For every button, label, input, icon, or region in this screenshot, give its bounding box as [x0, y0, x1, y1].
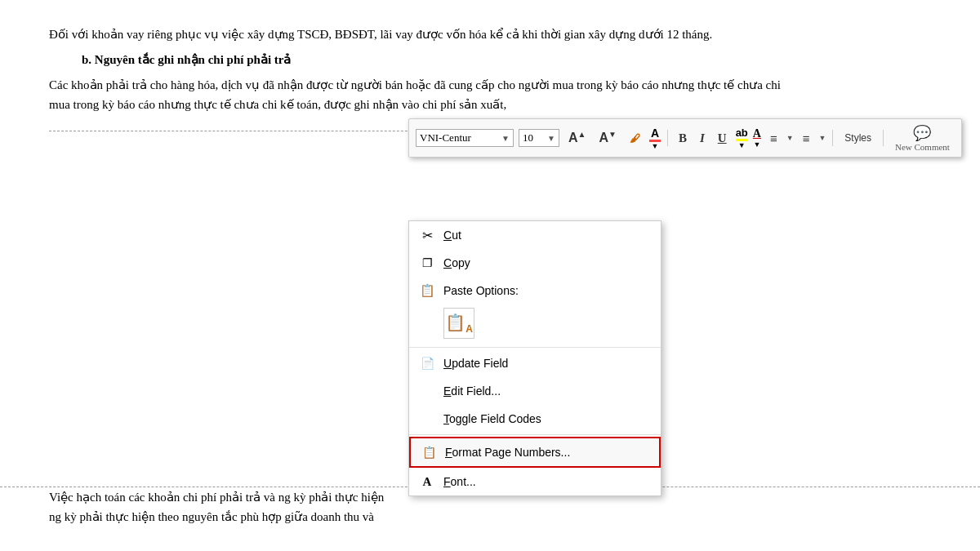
- menu-item-font[interactable]: A Font...: [409, 468, 661, 495]
- copy-icon: ❐: [419, 255, 435, 271]
- font-name-dropdown[interactable]: VNI-Centur ▼: [416, 129, 514, 147]
- numbered-list-button[interactable]: ≡: [799, 129, 814, 148]
- italic-button[interactable]: I: [696, 129, 709, 148]
- context-menu: ✂ Cut ❐ Copy 📋 Paste Options: 📋A 📄 Updat…: [408, 220, 662, 496]
- font-menu-label: Font...: [443, 475, 651, 488]
- paste-options-label: Paste Options:: [443, 284, 519, 297]
- separator-before-format: [409, 434, 661, 435]
- font-name-arrow: ▼: [501, 134, 510, 143]
- edit-field-label: Edit Field...: [443, 384, 651, 398]
- floating-toolbar: VNI-Centur ▼ 10 ▼ A▲ A▼ 🖌 A ▼ B I U ab ▼…: [408, 118, 962, 158]
- paste-options-icon: 📋: [419, 282, 435, 299]
- cut-icon: ✂: [419, 227, 435, 243]
- format-page-numbers-icon: 📋: [421, 444, 437, 460]
- new-comment-icon: 💬: [913, 124, 931, 142]
- highlight-color-button[interactable]: ab ▼: [736, 127, 748, 149]
- font-color-button[interactable]: A ▼: [649, 127, 661, 150]
- underline-button[interactable]: U: [714, 129, 731, 148]
- format-page-numbers-label: Format Page Numbers...: [445, 446, 649, 459]
- styles-button[interactable]: Styles: [840, 130, 876, 146]
- format-paint-button[interactable]: 🖌: [626, 130, 644, 147]
- edit-field-icon: [419, 383, 435, 399]
- paragraph-1: Đối với khoản vay riêng phục vụ việc xây…: [49, 24, 931, 44]
- bullet-list-button[interactable]: ≡: [766, 129, 782, 148]
- font-menu-icon: A: [419, 473, 435, 490]
- font-grow-button[interactable]: A▲: [564, 127, 590, 148]
- cut-label: Cut: [443, 229, 651, 242]
- toggle-field-label: Toggle Field Codes: [443, 412, 651, 425]
- update-field-icon: 📄: [419, 355, 435, 371]
- separator-3: [883, 130, 884, 146]
- font-shrink-button[interactable]: A▼: [595, 127, 620, 148]
- font-size-dropdown[interactable]: 10 ▼: [519, 129, 559, 147]
- text-color-button[interactable]: A ▼: [753, 127, 761, 149]
- font-size-arrow: ▼: [547, 134, 555, 143]
- bold-button[interactable]: B: [675, 129, 691, 148]
- toggle-field-icon: [419, 411, 435, 427]
- separator-2: [832, 130, 833, 146]
- heading-b: b. Nguyên tắc ghi nhận chi phí phải trả: [82, 52, 931, 67]
- menu-item-update-field[interactable]: 📄 Update Field: [409, 349, 661, 377]
- menu-item-copy[interactable]: ❐ Copy: [409, 249, 661, 277]
- paragraph-2: Các khoản phải trả cho hàng hóa, dịch vụ…: [49, 75, 931, 114]
- menu-item-toggle-field-codes[interactable]: Toggle Field Codes: [409, 405, 661, 433]
- copy-label: Copy: [443, 256, 651, 269]
- menu-item-cut[interactable]: ✂ Cut: [409, 221, 661, 249]
- paste-options-header: 📋 Paste Options:: [409, 277, 661, 304]
- paste-keep-source-button[interactable]: 📋A: [443, 308, 474, 339]
- separator-1: [667, 130, 668, 146]
- separator-after-paste: [409, 347, 661, 348]
- update-field-label: Update Field: [443, 357, 651, 370]
- paste-options-icons-row: 📋A: [409, 304, 661, 345]
- menu-item-format-page-numbers[interactable]: 📋 Format Page Numbers...: [409, 437, 661, 468]
- menu-item-edit-field[interactable]: Edit Field...: [409, 377, 661, 405]
- new-comment-button[interactable]: 💬 New Comment: [890, 122, 955, 153]
